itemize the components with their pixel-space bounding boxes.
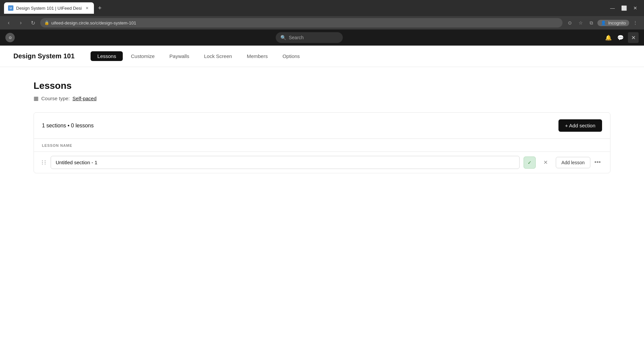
lesson-name-column-header: LESSON NAME <box>42 143 72 147</box>
course-type-icon: ▦ <box>34 95 39 102</box>
tab-options[interactable]: Options <box>276 51 307 61</box>
drag-dot-3 <box>42 162 43 163</box>
more-options-button[interactable]: ⋮ <box>631 18 640 27</box>
drag-dot-4 <box>45 162 46 163</box>
tab-paywalls[interactable]: Paywalls <box>163 51 196 61</box>
course-nav: Lessons Customize Paywalls Lock Screen M… <box>91 51 307 61</box>
course-header: Design System 101 Lessons Customize Payw… <box>0 46 644 67</box>
page-content: Design System 101 Lessons Customize Payw… <box>0 46 644 187</box>
message-icon[interactable]: 💬 <box>616 33 625 42</box>
tab-customize[interactable]: Customize <box>124 51 161 61</box>
sections-container: 1 sections • 0 lessons + Add section LES… <box>34 112 610 173</box>
new-tab-button[interactable]: + <box>95 3 105 13</box>
app-close-button[interactable]: ✕ <box>628 32 639 43</box>
search-icon: 🔍 <box>280 35 286 40</box>
lock-icon: 🔒 <box>44 20 49 25</box>
address-text: uifeed-design.circle.so/c/design-system-… <box>51 20 136 25</box>
more-options-icon[interactable]: ••• <box>593 158 602 167</box>
reload-button[interactable]: ↻ <box>28 18 38 27</box>
notification-icon[interactable]: 🔔 <box>604 33 613 42</box>
confirm-button[interactable]: ✓ <box>524 157 536 169</box>
tab-close-icon[interactable]: ✕ <box>85 5 90 11</box>
app-header: ⊙ 🔍 Search 🔔 💬 ✕ <box>0 29 644 46</box>
close-icon: ✕ <box>631 35 636 41</box>
cast-icon[interactable]: ⊙ <box>565 18 575 27</box>
drag-dot-6 <box>45 164 46 165</box>
incognito-label: Incognito <box>608 20 626 25</box>
sections-count: 1 sections • 0 lessons <box>42 123 94 129</box>
drag-dot-2 <box>45 160 46 161</box>
maximize-button[interactable]: ⬜ <box>619 3 629 13</box>
minimize-button[interactable]: — <box>608 3 617 13</box>
address-bar[interactable]: 🔒 uifeed-design.circle.so/c/design-syste… <box>40 18 562 27</box>
sections-header: 1 sections • 0 lessons + Add section <box>34 113 610 139</box>
incognito-indicator: 👤 Incognito <box>597 20 629 26</box>
tab-favicon: U <box>8 5 13 11</box>
add-section-button[interactable]: + Add section <box>558 119 602 132</box>
search-placeholder: Search <box>289 35 304 40</box>
add-lesson-button[interactable]: Add lesson <box>556 157 590 168</box>
search-bar[interactable]: 🔍 Search <box>276 32 343 43</box>
browser-nav-bar: ‹ › ↻ 🔒 uifeed-design.circle.so/c/design… <box>0 16 644 29</box>
column-header: LESSON NAME <box>34 139 610 152</box>
course-type-row: ▦ Course type: Self-paced <box>34 95 610 102</box>
back-button[interactable]: ‹ <box>4 18 13 27</box>
course-title: Design System 101 <box>13 52 74 60</box>
tab-title: Design System 101 | UIFeed Desi <box>16 6 82 11</box>
course-type-link[interactable]: Self-paced <box>72 96 97 101</box>
app-header-actions: 🔔 💬 ✕ <box>604 32 639 43</box>
drag-dot-1 <box>42 160 43 161</box>
main-content: Lessons ▦ Course type: Self-paced 1 sect… <box>0 67 644 187</box>
tab-members[interactable]: Members <box>240 51 275 61</box>
section-row: ✓ ✕ Add lesson ••• <box>34 152 610 173</box>
tab-lessons[interactable]: Lessons <box>91 51 123 61</box>
lessons-title: Lessons <box>34 80 610 91</box>
browser-window-controls: — ⬜ ✕ <box>608 3 640 13</box>
cancel-button[interactable]: ✕ <box>540 157 552 169</box>
incognito-avatar: 👤 <box>601 20 606 25</box>
tab-bar: U Design System 101 | UIFeed Desi ✕ + <box>4 2 605 14</box>
close-window-button[interactable]: ✕ <box>631 3 640 13</box>
tab-lock-screen[interactable]: Lock Screen <box>197 51 238 61</box>
section-name-input[interactable] <box>51 156 520 169</box>
drag-handle[interactable] <box>42 160 47 165</box>
bookmark-icon[interactable]: ☆ <box>576 18 585 27</box>
nav-actions: ⊙ ☆ ⧉ 👤 Incognito ⋮ <box>565 18 640 27</box>
section-actions: Add lesson ••• <box>556 157 602 168</box>
drag-dot-5 <box>42 164 43 165</box>
app-search-area: 🔍 Search <box>19 32 600 43</box>
browser-title-bar: U Design System 101 | UIFeed Desi ✕ + — … <box>0 0 644 16</box>
app-logo[interactable]: ⊙ <box>5 33 15 42</box>
forward-button[interactable]: › <box>16 18 25 27</box>
active-tab[interactable]: U Design System 101 | UIFeed Desi ✕ <box>4 2 94 14</box>
course-type-label: Course type: <box>41 96 70 101</box>
extensions-icon[interactable]: ⧉ <box>587 18 596 27</box>
